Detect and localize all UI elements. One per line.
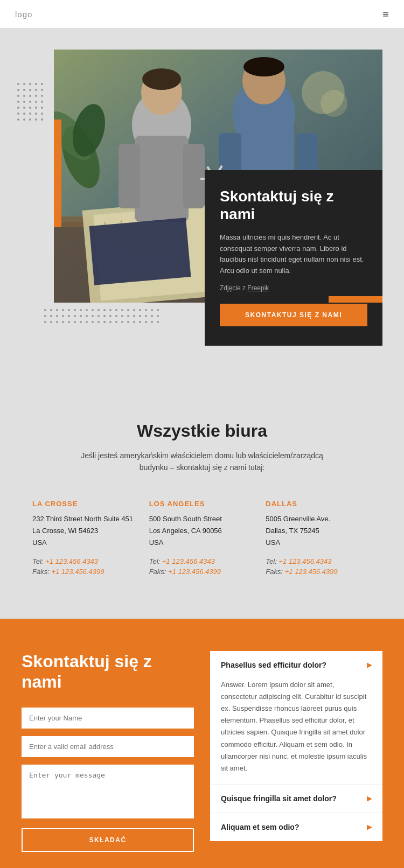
svg-rect-8: [119, 144, 140, 208]
contact-email-input[interactable]: [22, 736, 194, 757]
faq-question-text-1: Phasellus sed efficitur dolor?: [221, 661, 326, 669]
faq-question-2[interactable]: Quisque fringilla sit amet dolor? ▶: [210, 785, 382, 813]
tel-link[interactable]: +1 123.456.4343: [278, 557, 331, 565]
contact-name-input[interactable]: [22, 708, 194, 729]
contact-submit-button[interactable]: SKŁADAĆ: [22, 828, 194, 852]
faq-area: Phasellus sed efficitur dolor? ▶ Answer.…: [210, 651, 382, 841]
offices-grid: LA CROSSE 232 Third Street North Suite 4…: [32, 500, 372, 576]
contact-message-input[interactable]: [22, 765, 194, 818]
offices-subtitle: Jeśli jesteś amerykańskim właścicielem d…: [67, 450, 337, 474]
faq-question-1[interactable]: Phasellus sed efficitur dolor? ▶: [210, 651, 382, 679]
svg-rect-9: [183, 144, 205, 208]
logo: logo: [15, 10, 32, 19]
contact-form-area: Skontaktuj się z nami SKŁADAĆ: [22, 651, 194, 852]
office-tel: Tel: +1 123.456.4343: [149, 557, 255, 565]
faq-arrow-icon-2: ▶: [367, 795, 372, 802]
faq-item-1: Phasellus sed efficitur dolor? ▶ Answer.…: [210, 651, 382, 785]
office-fax: Faks: +1 123.456.4399: [266, 568, 372, 576]
hero-card-credit: Zdjęcie z Freepik: [220, 284, 367, 292]
office-tel: Tel: +1 123.456.4343: [32, 557, 138, 565]
orange-bar-left: [54, 120, 61, 227]
office-address: 500 South South Street Los Angeles, CA 9…: [149, 513, 255, 549]
office-tel: Tel: +1 123.456.4343: [266, 557, 372, 565]
navbar: logo ≡: [0, 0, 404, 28]
office-item-lacrosse: LA CROSSE 232 Third Street North Suite 4…: [32, 500, 138, 576]
office-address: 232 Third Street North Suite 451 La Cros…: [32, 513, 138, 549]
office-city: DALLAS: [266, 500, 372, 508]
office-city: LA CROSSE: [32, 500, 138, 508]
hero-card-title: Skontaktuj się z nami: [220, 187, 367, 223]
office-fax: Faks: +1 123.456.4399: [32, 568, 138, 576]
faq-question-text-3: Aliquam et sem odio?: [221, 823, 299, 831]
faq-question-text-2: Quisque fringilla sit amet dolor?: [221, 794, 337, 803]
offices-section: Wszystkie biura Jeśli jesteś amerykański…: [0, 335, 404, 619]
faq-item-2: Quisque fringilla sit amet dolor? ▶: [210, 785, 382, 813]
hero-section: Skontaktuj się z nami Massa ultricies mi…: [0, 28, 404, 335]
freepik-link[interactable]: Freepik: [247, 284, 269, 292]
fax-link[interactable]: +1 123.456.4399: [168, 568, 221, 576]
svg-point-10: [142, 68, 181, 90]
orange-bar-bottom: [329, 296, 382, 303]
hero-card-description: Massa ultricies mi quis hendrerit. Ac ut…: [220, 232, 367, 277]
offices-title: Wszystkie biura: [32, 421, 372, 441]
hero-card: Skontaktuj się z nami Massa ultricies mi…: [205, 170, 382, 346]
faq-answer-1: Answer. Lorem ipsum dolor sit amet, cons…: [210, 679, 382, 784]
hero-image-wrapper: Skontaktuj się z nami Massa ultricies mi…: [54, 50, 382, 303]
faq-arrow-icon-3: ▶: [367, 823, 372, 831]
tel-link[interactable]: +1 123.456.4343: [162, 557, 215, 565]
svg-rect-7: [135, 136, 189, 222]
fax-link[interactable]: +1 123.456.4399: [51, 568, 104, 576]
dots-decoration-bottom: [43, 308, 160, 324]
office-fax: Faks: +1 123.456.4399: [149, 568, 255, 576]
office-city: LOS ANGELES: [149, 500, 255, 508]
svg-point-16: [243, 57, 284, 76]
faq-arrow-icon-1: ▶: [367, 661, 372, 669]
svg-rect-22: [89, 218, 191, 285]
menu-icon[interactable]: ≡: [382, 8, 389, 20]
office-item-losangeles: LOS ANGELES 500 South South Street Los A…: [149, 500, 255, 576]
office-address: 5005 Greenville Ave. Dallas, TX 75245 US…: [266, 513, 372, 549]
office-item-dallas: DALLAS 5005 Greenville Ave. Dallas, TX 7…: [266, 500, 372, 576]
svg-point-32: [321, 90, 347, 117]
faq-question-3[interactable]: Aliquam et sem odio? ▶: [210, 813, 382, 841]
contact-title: Skontaktuj się z nami: [22, 651, 194, 692]
fax-link[interactable]: +1 123.456.4399: [285, 568, 338, 576]
faq-item-3: Aliquam et sem odio? ▶: [210, 813, 382, 841]
contact-section: Skontaktuj się z nami SKŁADAĆ Phasellus …: [0, 619, 404, 868]
dots-decoration-topleft: [16, 82, 44, 122]
contact-button[interactable]: SKONTAKTUJ SIĘ Z NAMI: [220, 304, 367, 326]
tel-link[interactable]: +1 123.456.4343: [45, 557, 98, 565]
